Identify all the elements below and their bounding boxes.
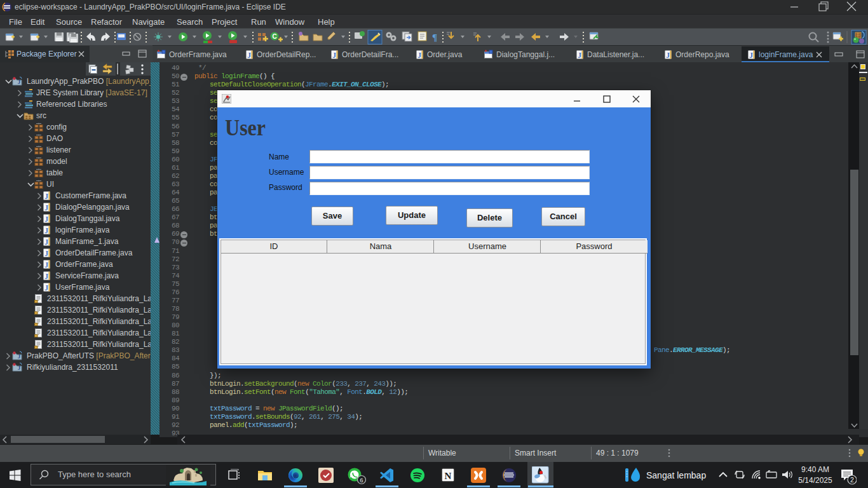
svg-text:¶: ¶: [432, 32, 437, 43]
svg-text:6: 6: [360, 477, 363, 484]
svg-text:N: N: [445, 471, 452, 481]
svg-text:2: 2: [850, 476, 854, 484]
svg-text:C: C: [272, 33, 276, 40]
